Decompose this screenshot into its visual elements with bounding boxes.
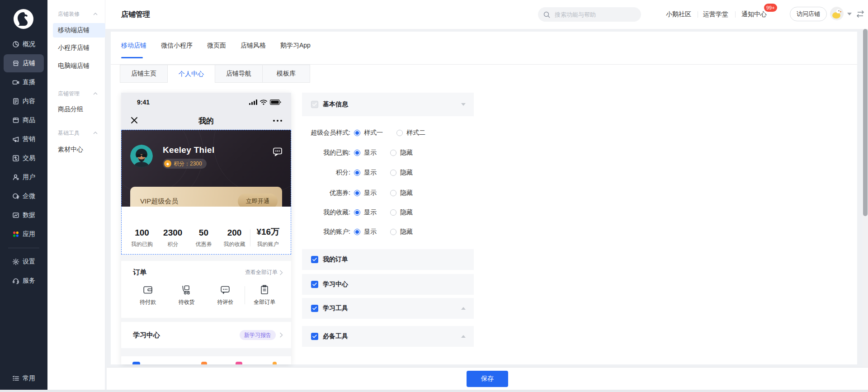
orders-component[interactable]: 订单 查看全部订单 待付款 待收货 bbox=[121, 261, 291, 318]
top-bar: 店铺管理 小鹅社区 运营学堂 通知中心 99+ 访问店铺 bbox=[105, 0, 868, 29]
active-tab-indicator bbox=[121, 57, 143, 58]
radio-hide[interactable] bbox=[390, 170, 396, 176]
radio-style-two[interactable] bbox=[396, 130, 403, 136]
learning-center-component[interactable]: 学习中心 新学习报告 bbox=[121, 322, 291, 348]
learning-tools-checkbox[interactable] bbox=[311, 305, 318, 312]
vip-activate-button[interactable]: 立即开通 bbox=[238, 194, 278, 207]
vertical-scrollbar-track[interactable] bbox=[863, 29, 868, 367]
phone-status-bar: 9:41 bbox=[121, 93, 291, 112]
section-shop-decoration[interactable]: 店铺装修 bbox=[58, 9, 98, 19]
close-icon[interactable] bbox=[130, 116, 138, 126]
sidebar-item-apps[interactable]: 应用 bbox=[4, 225, 44, 243]
radio-hide[interactable] bbox=[390, 150, 396, 156]
stat-points[interactable]: 2300积分 bbox=[157, 228, 188, 248]
collapse-caret-icon[interactable] bbox=[461, 103, 466, 108]
chevron-right-icon[interactable] bbox=[279, 332, 283, 338]
sidebar-item-live[interactable]: 直播 bbox=[4, 73, 44, 91]
tab-wechat-miniprogram[interactable]: 微信小程序 bbox=[161, 39, 193, 52]
visit-shop-button[interactable]: 访问店铺 bbox=[790, 7, 827, 21]
radio-show[interactable] bbox=[354, 229, 360, 235]
link-community[interactable]: 小鹅社区 bbox=[666, 0, 691, 29]
subtab-shop-navigation[interactable]: 店铺导航 bbox=[215, 65, 263, 83]
order-pending-payment[interactable]: 待付款 bbox=[128, 284, 167, 306]
stat-favorites[interactable]: 200我的收藏 bbox=[219, 228, 250, 248]
radio-show[interactable] bbox=[354, 150, 360, 156]
section-learning-tools[interactable]: 学习工具 bbox=[302, 298, 474, 319]
order-pending-review[interactable]: 待评价 bbox=[206, 284, 245, 306]
user-stats-row: 100我的已购 2300积分 50优惠券 200我的收藏 ¥16万我的账户 bbox=[121, 207, 291, 255]
radio-hide[interactable] bbox=[390, 229, 396, 235]
essential-tools-checkbox[interactable] bbox=[311, 333, 318, 340]
brand-logo[interactable] bbox=[14, 9, 33, 29]
sidebar-item-trade[interactable]: 交易 bbox=[4, 149, 44, 167]
stat-account[interactable]: ¥16万我的账户 bbox=[250, 226, 286, 248]
sidebar-item-overview[interactable]: 概况 bbox=[4, 35, 44, 53]
stat-coupons[interactable]: 50优惠券 bbox=[188, 228, 219, 248]
tab-shop-style[interactable]: 店铺风格 bbox=[241, 39, 266, 52]
section-basic-tools[interactable]: 基础工具 bbox=[58, 128, 98, 138]
tab-mobile-shop[interactable]: 移动店铺 bbox=[121, 39, 146, 52]
radio-hide[interactable] bbox=[390, 209, 396, 216]
search-input[interactable] bbox=[554, 11, 628, 19]
sidebar-item-marketing[interactable]: 营销 bbox=[4, 130, 44, 148]
global-search[interactable] bbox=[538, 7, 641, 22]
tabs-row: 移动店铺 微信小程序 微页面 店铺风格 鹅学习App bbox=[121, 39, 311, 52]
tab-exuexi-app[interactable]: 鹅学习App bbox=[280, 39, 311, 52]
account-avatar[interactable] bbox=[830, 7, 844, 20]
stat-purchased[interactable]: 100我的已购 bbox=[127, 228, 157, 248]
sidebar-item-frequently-used[interactable]: 常用 bbox=[4, 369, 44, 387]
subsidebar-item-goods-group[interactable]: 商品分组 bbox=[47, 102, 105, 117]
sidebar-item-settings[interactable]: 设置 bbox=[4, 253, 44, 271]
subsidebar-item-pc-shop[interactable]: 电脑端店铺 bbox=[47, 59, 105, 73]
user-icon bbox=[12, 174, 19, 181]
sidebar-item-content[interactable]: 内容 bbox=[4, 92, 44, 110]
battery-icon bbox=[270, 99, 281, 105]
radio-show[interactable] bbox=[354, 170, 360, 176]
radio-style-one[interactable] bbox=[354, 130, 360, 136]
order-pending-delivery[interactable]: 待收货 bbox=[167, 284, 206, 306]
basic-info-header[interactable]: 基本信息 bbox=[302, 93, 474, 116]
subsidebar-item-mobile-shop[interactable]: 移动端店铺 bbox=[53, 23, 105, 38]
apps-grid-icon bbox=[12, 231, 19, 238]
section-learning-center[interactable]: 学习中心 bbox=[302, 274, 474, 295]
vertical-scrollbar-thumb[interactable] bbox=[863, 29, 868, 216]
link-notification-center[interactable]: 通知中心 bbox=[741, 0, 767, 29]
collapse-caret-icon[interactable] bbox=[461, 305, 466, 310]
subtab-shop-home[interactable]: 店铺主页 bbox=[120, 65, 168, 83]
link-academy[interactable]: 运营学堂 bbox=[703, 0, 728, 29]
setting-row-vip-style: 超级会员样式: 样式一 样式二 bbox=[302, 128, 474, 137]
more-options-icon[interactable] bbox=[273, 120, 282, 122]
sidebar-item-qiwei[interactable]: 企微 bbox=[4, 187, 44, 205]
tab-micro-page[interactable]: 微页面 bbox=[207, 39, 226, 52]
radio-hide[interactable] bbox=[390, 190, 396, 196]
radio-show[interactable] bbox=[354, 209, 360, 216]
secondary-sidebar: 店铺装修 移动端店铺 小程序店铺 电脑端店铺 店铺管理 商品分组 基础工具 素材… bbox=[47, 0, 105, 390]
subsidebar-item-material-center[interactable]: 素材中心 bbox=[47, 142, 105, 157]
switch-account-icon[interactable] bbox=[856, 10, 865, 19]
message-icon[interactable] bbox=[272, 146, 283, 158]
user-info-component[interactable]: Keeley Thiel ◆ 积分：2300 VIP超级会员 立即开通 100我… bbox=[121, 130, 291, 255]
view-all-orders-link[interactable]: 查看全部订单 bbox=[245, 269, 283, 276]
account-caret-icon[interactable] bbox=[847, 13, 852, 18]
sidebar-item-users[interactable]: 用户 bbox=[4, 168, 44, 186]
section-shop-management[interactable]: 店铺管理 bbox=[58, 89, 98, 99]
subsidebar-item-miniprogram-shop[interactable]: 小程序店铺 bbox=[47, 41, 105, 55]
phone-page-title: 我的 bbox=[198, 116, 214, 126]
collapse-caret-icon[interactable] bbox=[461, 333, 466, 338]
section-my-orders[interactable]: 我的订单 bbox=[302, 249, 474, 270]
order-all[interactable]: 全部订单 bbox=[245, 284, 284, 306]
sidebar-item-data[interactable]: 数据 bbox=[4, 206, 44, 224]
phone-nav-bar: 我的 bbox=[121, 112, 291, 130]
subtab-personal-center[interactable]: 个人中心 bbox=[167, 65, 215, 83]
gear-icon bbox=[12, 258, 19, 265]
radio-show[interactable] bbox=[354, 190, 360, 196]
section-essential-tools[interactable]: 必备工具 bbox=[302, 326, 474, 347]
save-button[interactable]: 保存 bbox=[467, 371, 508, 387]
sidebar-item-goods[interactable]: 商品 bbox=[4, 111, 44, 129]
subtab-template-library[interactable]: 模板库 bbox=[262, 65, 310, 83]
comment-icon bbox=[219, 284, 231, 296]
sidebar-item-service[interactable]: 服务 bbox=[4, 272, 44, 290]
sidebar-item-shop[interactable]: 店铺 bbox=[4, 54, 44, 72]
learning-center-checkbox[interactable] bbox=[311, 281, 318, 288]
my-orders-checkbox[interactable] bbox=[311, 256, 318, 263]
